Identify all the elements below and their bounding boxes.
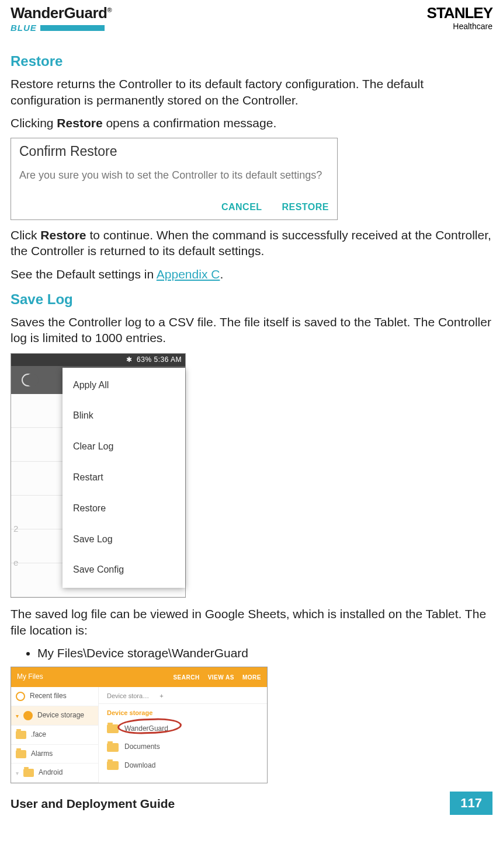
dialog-message: Are you sure you wish to set the Control…	[19, 169, 329, 182]
sidebar-recent[interactable]: Recent files	[11, 687, 98, 706]
folder-row-wanderguard[interactable]: WanderGuard	[99, 720, 267, 738]
restore-bold-1: Restore	[57, 116, 102, 130]
menu-item-save-config[interactable]: Save Config	[63, 555, 185, 585]
restore-para-3: Click Restore to continue. When the comm…	[11, 227, 492, 259]
search-action[interactable]: SEARCH	[173, 674, 199, 681]
restore-para-4: See the Default settings in Appendix C.	[11, 266, 492, 282]
restore-bold-2: Restore	[40, 228, 86, 242]
clock-icon	[16, 692, 25, 701]
restore-heading: Restore	[11, 52, 492, 70]
status-text: 63% 5:36 AM	[137, 355, 182, 364]
sidebar-folder-android[interactable]: ▾Android	[11, 764, 98, 783]
confirm-restore-dialog: Confirm Restore Are you sure you wish to…	[11, 138, 338, 220]
chevron-down-icon: ▾	[16, 769, 19, 777]
device-icon	[23, 711, 33, 720]
tab-device[interactable]: Device stora…	[107, 692, 149, 700]
product-name: WanderGuard	[11, 4, 107, 22]
doc-title: User and Deployment Guide	[11, 796, 175, 811]
wanderguard-logo: WanderGuard® BLUE	[11, 4, 112, 33]
bluetooth-icon: ✱	[126, 355, 133, 364]
savelog-para-2: The saved log file can be viewed in Goog…	[11, 606, 492, 638]
myfiles-sidebar: Recent files ▾Device storage .face Alarm…	[11, 687, 99, 783]
myfiles-main: Device stora… + Device storage WanderGua…	[99, 687, 267, 783]
restore-para-1: Restore returns the Controller to its de…	[11, 76, 492, 108]
menu-item-blink[interactable]: Blink	[63, 400, 185, 431]
myfiles-screenshot: My Files SEARCH VIEW AS MORE Recent file…	[11, 667, 268, 783]
myfiles-appbar: My Files SEARCH VIEW AS MORE	[11, 667, 267, 687]
folder-icon	[107, 724, 119, 733]
breadcrumb: Device storage	[99, 704, 267, 719]
page-number: 117	[450, 792, 492, 815]
registered-mark: ®	[107, 6, 112, 13]
folder-icon	[107, 743, 119, 752]
savelog-heading: Save Log	[11, 290, 492, 308]
menu-item-restore[interactable]: Restore	[63, 493, 185, 524]
page-header: WanderGuard® BLUE STANLEY Healthcare	[11, 0, 492, 44]
sidebar-device-storage[interactable]: ▾Device storage	[11, 706, 98, 726]
moon-icon[interactable]	[22, 374, 34, 386]
more-action[interactable]: MORE	[242, 674, 261, 681]
folder-icon	[16, 750, 26, 758]
myfiles-title: My Files	[17, 672, 43, 682]
folder-row-documents[interactable]: Documents	[99, 738, 267, 757]
menu-item-restart[interactable]: Restart	[63, 462, 185, 493]
restore-para-2: Clicking Restore opens a confirmation me…	[11, 115, 492, 131]
chevron-down-icon: ▾	[16, 712, 19, 720]
product-sub: BLUE	[11, 22, 37, 34]
menu-item-clear-log[interactable]: Clear Log	[63, 431, 185, 462]
dialog-title: Confirm Restore	[19, 143, 329, 161]
status-bar: ✱ 63% 5:36 AM	[11, 354, 185, 367]
page-footer: User and Deployment Guide 117	[11, 792, 492, 815]
company-name: STANLEY	[427, 4, 492, 23]
appendix-c-link[interactable]: Appendix C	[157, 267, 220, 281]
menu-item-save-log[interactable]: Save Log	[63, 524, 185, 555]
overflow-menu: Apply All Blink Clear Log Restart Restor…	[63, 368, 185, 588]
folder-row-download[interactable]: Download	[99, 757, 267, 775]
viewas-action[interactable]: VIEW AS	[208, 674, 234, 681]
menu-item-apply-all[interactable]: Apply All	[63, 370, 185, 401]
menu-screenshot: ✱ 63% 5:36 AM 2 e Apply All Blink Clear …	[11, 353, 186, 598]
folder-icon	[16, 731, 26, 739]
savelog-para-1: Saves the Controller log to a CSV file. …	[11, 314, 492, 346]
sidebar-folder-alarms[interactable]: Alarms	[11, 745, 98, 764]
sidebar-folder-face[interactable]: .face	[11, 726, 98, 745]
restore-button[interactable]: RESTORE	[282, 202, 329, 212]
logo-bar	[40, 25, 105, 31]
stanley-logo: STANLEY Healthcare	[427, 4, 492, 32]
tab-add[interactable]: +	[159, 692, 163, 700]
cancel-button[interactable]: CANCEL	[221, 202, 262, 212]
folder-icon	[107, 761, 119, 770]
file-path-bullet: My Files\Device storage\WanderGuard	[37, 645, 492, 661]
folder-icon	[23, 769, 34, 777]
